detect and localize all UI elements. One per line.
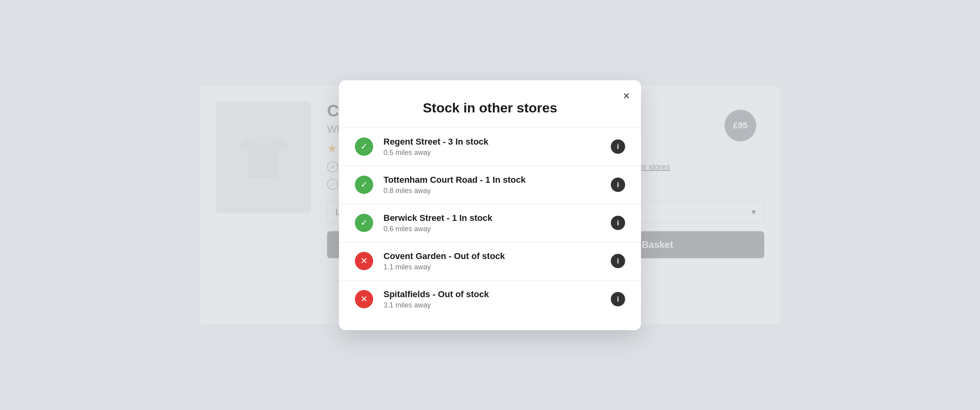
store-item: ✓Berwick Street - 1 In stock0.6 miles aw… [339,204,641,242]
store-info-icon[interactable]: i [611,139,625,154]
store-item: ✓Tottenham Court Road - 1 In stock0.8 mi… [339,166,641,204]
store-distance: 0.5 miles away [383,149,600,157]
out-of-stock-icon: ✕ [355,252,373,270]
store-info-icon[interactable]: i [611,178,625,192]
store-distance: 1.1 miles away [383,263,600,271]
in-stock-icon: ✓ [355,214,373,232]
store-distance: 3.1 miles away [383,301,600,309]
store-name: Covent Garden - Out of stock [383,251,600,261]
store-name: Regent Street - 3 In stock [383,137,600,147]
store-item: ✓Regent Street - 3 In stock0.5 miles awa… [339,128,641,166]
store-name: Spitalfields - Out of stock [383,289,600,300]
store-details: Tottenham Court Road - 1 In stock0.8 mil… [383,175,600,195]
store-item: ✕Spitalfields - Out of stock3.1 miles aw… [339,280,641,318]
store-details: Regent Street - 3 In stock0.5 miles away [383,137,600,157]
store-name: Berwick Street - 1 In stock [383,213,600,223]
modal-overlay: Stock in other stores × ✓Regent Street -… [0,0,980,410]
store-details: Covent Garden - Out of stock1.1 miles aw… [383,251,600,271]
store-item: ✕Covent Garden - Out of stock1.1 miles a… [339,242,641,280]
store-list: ✓Regent Street - 3 In stock0.5 miles awa… [339,128,641,318]
store-distance: 0.6 miles away [383,225,600,233]
store-details: Berwick Street - 1 In stock0.6 miles awa… [383,213,600,233]
stock-modal: Stock in other stores × ✓Regent Street -… [339,80,641,330]
store-distance: 0.8 miles away [383,187,600,195]
store-details: Spitalfields - Out of stock3.1 miles awa… [383,289,600,309]
store-info-icon[interactable]: i [611,254,625,268]
store-info-icon[interactable]: i [611,292,625,306]
modal-title: Stock in other stores [339,100,641,116]
out-of-stock-icon: ✕ [355,290,373,308]
store-name: Tottenham Court Road - 1 In stock [383,175,600,185]
modal-close-button[interactable]: × [623,90,630,102]
in-stock-icon: ✓ [355,137,373,156]
store-info-icon[interactable]: i [611,216,625,230]
in-stock-icon: ✓ [355,176,373,194]
